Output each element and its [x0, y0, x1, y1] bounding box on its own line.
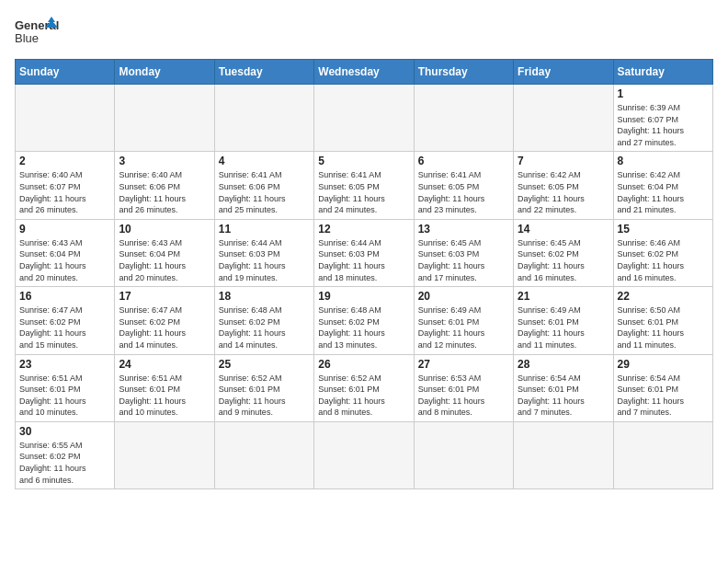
day-number: 26	[318, 358, 409, 371]
day-cell: 6Sunrise: 6:41 AM Sunset: 6:05 PM Daylig…	[414, 152, 513, 219]
day-cell	[613, 421, 712, 488]
day-info: Sunrise: 6:39 AM Sunset: 6:07 PM Dayligh…	[618, 102, 709, 148]
weekday-header-monday: Monday	[115, 60, 214, 85]
day-number: 3	[119, 155, 210, 167]
day-cell: 25Sunrise: 6:52 AM Sunset: 6:01 PM Dayli…	[214, 354, 313, 421]
day-info: Sunrise: 6:48 AM Sunset: 6:02 PM Dayligh…	[318, 304, 409, 350]
day-info: Sunrise: 6:51 AM Sunset: 6:01 PM Dayligh…	[19, 373, 110, 419]
day-info: Sunrise: 6:46 AM Sunset: 6:02 PM Dayligh…	[618, 237, 709, 283]
day-number: 6	[418, 155, 509, 167]
logo: General Blue	[15, 15, 59, 52]
day-info: Sunrise: 6:51 AM Sunset: 6:01 PM Dayligh…	[119, 373, 210, 419]
weekday-header-saturday: Saturday	[613, 60, 712, 85]
day-number: 29	[618, 358, 709, 371]
day-number: 17	[119, 290, 210, 303]
day-cell	[115, 421, 214, 488]
day-number: 23	[19, 358, 110, 371]
day-cell: 10Sunrise: 6:43 AM Sunset: 6:04 PM Dayli…	[115, 219, 214, 286]
day-number: 2	[19, 155, 110, 167]
day-info: Sunrise: 6:47 AM Sunset: 6:02 PM Dayligh…	[19, 304, 110, 350]
day-cell: 14Sunrise: 6:45 AM Sunset: 6:02 PM Dayli…	[514, 219, 613, 286]
day-cell: 2Sunrise: 6:40 AM Sunset: 6:07 PM Daylig…	[16, 152, 115, 219]
day-cell: 4Sunrise: 6:41 AM Sunset: 6:06 PM Daylig…	[214, 152, 313, 219]
day-cell: 12Sunrise: 6:44 AM Sunset: 6:03 PM Dayli…	[314, 219, 414, 286]
day-cell: 30Sunrise: 6:55 AM Sunset: 6:02 PM Dayli…	[16, 421, 115, 488]
weekday-header-row: SundayMondayTuesdayWednesdayThursdayFrid…	[16, 60, 713, 85]
day-number: 20	[418, 290, 509, 303]
day-cell: 28Sunrise: 6:54 AM Sunset: 6:01 PM Dayli…	[514, 354, 613, 421]
day-number: 15	[618, 223, 709, 236]
day-info: Sunrise: 6:48 AM Sunset: 6:02 PM Dayligh…	[219, 304, 310, 350]
day-info: Sunrise: 6:45 AM Sunset: 6:03 PM Dayligh…	[418, 237, 509, 283]
day-info: Sunrise: 6:50 AM Sunset: 6:01 PM Dayligh…	[618, 304, 709, 350]
day-cell: 22Sunrise: 6:50 AM Sunset: 6:01 PM Dayli…	[613, 287, 712, 354]
day-cell	[414, 421, 513, 488]
header: General Blue	[15, 15, 713, 52]
weekday-header-sunday: Sunday	[16, 60, 115, 85]
day-cell	[414, 85, 513, 152]
day-cell: 17Sunrise: 6:47 AM Sunset: 6:02 PM Dayli…	[115, 287, 214, 354]
day-number: 19	[318, 290, 409, 303]
day-info: Sunrise: 6:40 AM Sunset: 6:07 PM Dayligh…	[19, 169, 110, 215]
day-cell: 24Sunrise: 6:51 AM Sunset: 6:01 PM Dayli…	[115, 354, 214, 421]
day-info: Sunrise: 6:49 AM Sunset: 6:01 PM Dayligh…	[518, 304, 609, 350]
day-info: Sunrise: 6:53 AM Sunset: 6:01 PM Dayligh…	[418, 373, 509, 419]
calendar: SundayMondayTuesdayWednesdayThursdayFrid…	[15, 59, 713, 489]
day-number: 10	[119, 223, 210, 236]
day-cell: 19Sunrise: 6:48 AM Sunset: 6:02 PM Dayli…	[314, 287, 414, 354]
day-cell: 3Sunrise: 6:40 AM Sunset: 6:06 PM Daylig…	[115, 152, 214, 219]
weekday-header-wednesday: Wednesday	[314, 60, 414, 85]
day-number: 1	[618, 87, 709, 100]
day-info: Sunrise: 6:44 AM Sunset: 6:03 PM Dayligh…	[318, 237, 409, 283]
day-info: Sunrise: 6:41 AM Sunset: 6:05 PM Dayligh…	[318, 169, 409, 215]
week-row-4: 16Sunrise: 6:47 AM Sunset: 6:02 PM Dayli…	[16, 287, 713, 354]
day-cell: 11Sunrise: 6:44 AM Sunset: 6:03 PM Dayli…	[214, 219, 313, 286]
day-info: Sunrise: 6:52 AM Sunset: 6:01 PM Dayligh…	[318, 373, 409, 419]
day-number: 18	[219, 290, 310, 303]
day-info: Sunrise: 6:44 AM Sunset: 6:03 PM Dayligh…	[219, 237, 310, 283]
day-cell: 7Sunrise: 6:42 AM Sunset: 6:05 PM Daylig…	[514, 152, 613, 219]
day-cell: 29Sunrise: 6:54 AM Sunset: 6:01 PM Dayli…	[613, 354, 712, 421]
day-number: 14	[518, 223, 609, 236]
day-info: Sunrise: 6:43 AM Sunset: 6:04 PM Dayligh…	[19, 237, 110, 283]
day-cell: 23Sunrise: 6:51 AM Sunset: 6:01 PM Dayli…	[16, 354, 115, 421]
day-number: 24	[119, 358, 210, 371]
day-cell: 16Sunrise: 6:47 AM Sunset: 6:02 PM Dayli…	[16, 287, 115, 354]
week-row-3: 9Sunrise: 6:43 AM Sunset: 6:04 PM Daylig…	[16, 219, 713, 286]
weekday-header-tuesday: Tuesday	[214, 60, 313, 85]
day-cell: 20Sunrise: 6:49 AM Sunset: 6:01 PM Dayli…	[414, 287, 513, 354]
day-info: Sunrise: 6:40 AM Sunset: 6:06 PM Dayligh…	[119, 169, 210, 215]
day-cell: 13Sunrise: 6:45 AM Sunset: 6:03 PM Dayli…	[414, 219, 513, 286]
svg-text:Blue: Blue	[15, 31, 39, 45]
day-number: 4	[219, 155, 310, 167]
day-info: Sunrise: 6:41 AM Sunset: 6:06 PM Dayligh…	[219, 169, 310, 215]
day-info: Sunrise: 6:49 AM Sunset: 6:01 PM Dayligh…	[418, 304, 509, 350]
day-number: 27	[418, 358, 509, 371]
day-number: 5	[318, 155, 409, 167]
day-info: Sunrise: 6:41 AM Sunset: 6:05 PM Dayligh…	[418, 169, 509, 215]
day-number: 11	[219, 223, 310, 236]
logo-icon: General Blue	[15, 15, 59, 52]
day-cell: 26Sunrise: 6:52 AM Sunset: 6:01 PM Dayli…	[314, 354, 414, 421]
day-number: 25	[219, 358, 310, 371]
day-number: 21	[518, 290, 609, 303]
day-cell	[214, 421, 313, 488]
day-number: 8	[618, 155, 709, 167]
day-cell: 21Sunrise: 6:49 AM Sunset: 6:01 PM Dayli…	[514, 287, 613, 354]
day-info: Sunrise: 6:47 AM Sunset: 6:02 PM Dayligh…	[119, 304, 210, 350]
day-number: 7	[518, 155, 609, 167]
day-number: 22	[618, 290, 709, 303]
day-cell	[514, 85, 613, 152]
day-number: 16	[19, 290, 110, 303]
day-number: 28	[518, 358, 609, 371]
day-info: Sunrise: 6:54 AM Sunset: 6:01 PM Dayligh…	[518, 373, 609, 419]
day-info: Sunrise: 6:52 AM Sunset: 6:01 PM Dayligh…	[219, 373, 310, 419]
day-cell: 8Sunrise: 6:42 AM Sunset: 6:04 PM Daylig…	[613, 152, 712, 219]
day-info: Sunrise: 6:54 AM Sunset: 6:01 PM Dayligh…	[618, 373, 709, 419]
weekday-header-friday: Friday	[514, 60, 613, 85]
day-cell	[314, 421, 414, 488]
day-info: Sunrise: 6:42 AM Sunset: 6:04 PM Dayligh…	[618, 169, 709, 215]
week-row-6: 30Sunrise: 6:55 AM Sunset: 6:02 PM Dayli…	[16, 421, 713, 488]
weekday-header-thursday: Thursday	[414, 60, 513, 85]
day-cell: 1Sunrise: 6:39 AM Sunset: 6:07 PM Daylig…	[613, 85, 712, 152]
